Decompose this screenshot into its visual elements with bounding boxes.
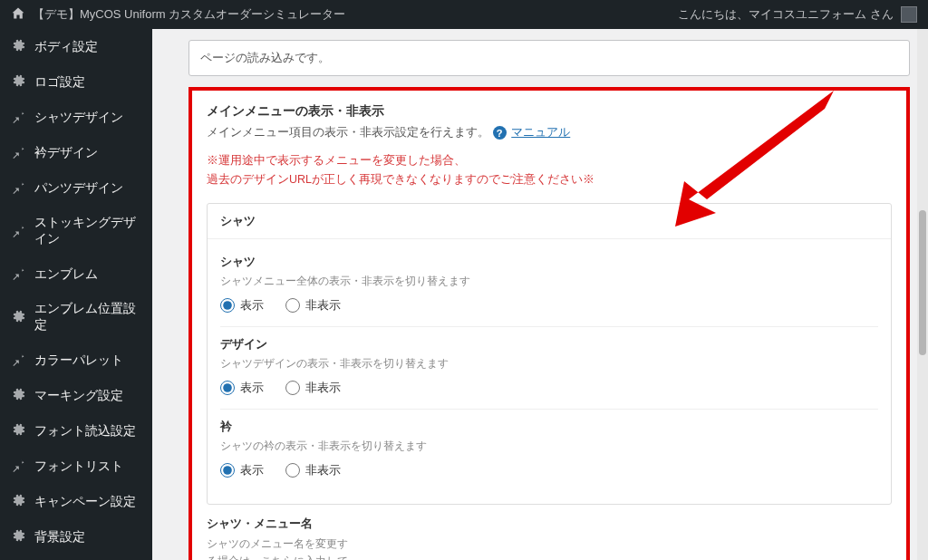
scrollbar-thumb[interactable] — [919, 210, 926, 355]
subgroup-1: デザインシャツデザインの表示・非表示を切り替えます表示非表示 — [220, 327, 878, 410]
sidebar-item-label: キャンペーン設定 — [34, 494, 136, 510]
radio-input-hide[interactable] — [285, 381, 300, 395]
menu-name-desc: シャツのメニュー名を変更する場合は、こちらに入力してください — [207, 536, 352, 561]
sidebar-item-13[interactable]: 背景設定 — [0, 519, 152, 555]
sidebar-item-14[interactable]: メディア — [0, 555, 152, 560]
sidebar-item-label: エンブレム位置設定 — [34, 301, 141, 333]
sidebar-item-4[interactable]: パンツデザイン — [0, 170, 152, 206]
pin-icon — [11, 266, 25, 283]
topbar-left: 【デモ】MyCOS Uniform カスタムオーダーシミュレーター — [11, 6, 345, 24]
sidebar-item-1[interactable]: ロゴ設定 — [0, 64, 152, 100]
main-content: ページの読み込みです。 メインメニューの表示・非表示 メインメニュー項目の表示・… — [152, 29, 928, 560]
highlighted-section: メインメニューの表示・非表示 メインメニュー項目の表示・非表示設定を行えます。 … — [188, 87, 910, 560]
subgroup-desc: シャツメニュー全体の表示・非表示を切り替えます — [220, 274, 878, 289]
radio-option-hide[interactable]: 非表示 — [285, 463, 341, 478]
radio-option-show[interactable]: 表示 — [220, 463, 264, 478]
sidebar-item-10[interactable]: フォント読込設定 — [0, 413, 152, 449]
radio-label: 表示 — [240, 381, 264, 396]
radio-option-show[interactable]: 表示 — [220, 381, 264, 396]
group-body: シャツシャツメニュー全体の表示・非表示を切り替えます表示非表示デザインシャツデザ… — [208, 239, 891, 504]
radio-input-hide[interactable] — [285, 463, 300, 478]
help-icon[interactable]: ? — [493, 126, 507, 140]
radio-input-show[interactable] — [220, 298, 235, 313]
warning-text: ※運用途中で表示するメニューを変更した場合、 過去のデザインURLが正しく再現で… — [207, 151, 892, 190]
radio-option-hide[interactable]: 非表示 — [285, 298, 341, 314]
subgroup-desc: シャツの衿の表示・非表示を切り替えます — [220, 439, 878, 454]
shirt-menu-name-block: シャツ・メニュー名 シャツのメニュー名を変更する場合は、こちらに入力してください — [207, 516, 892, 561]
group-header: シャツ — [208, 204, 891, 239]
radio-input-show[interactable] — [220, 463, 235, 478]
warning-line-1: ※運用途中で表示するメニューを変更した場合、 — [207, 151, 892, 170]
radio-row: 表示非表示 — [220, 381, 878, 396]
pin-icon — [11, 352, 25, 369]
gear-icon — [11, 528, 25, 546]
warning-line-2: 過去のデザインURLが正しく再現できなくなりますのでご注意ください※ — [207, 170, 892, 189]
section-desc: メインメニュー項目の表示・非表示設定を行えます。 — [207, 126, 489, 139]
admin-topbar: 【デモ】MyCOS Uniform カスタムオーダーシミュレーター こんにちは、… — [0, 0, 928, 29]
loading-message-box: ページの読み込みです。 — [188, 40, 910, 76]
gear-icon — [11, 422, 25, 439]
radio-label: 表示 — [240, 463, 264, 478]
section-heading: メインメニューの表示・非表示 — [207, 103, 892, 120]
radio-option-hide[interactable]: 非表示 — [285, 381, 341, 396]
pin-icon — [11, 179, 25, 197]
sidebar-item-label: パンツデザイン — [34, 180, 123, 197]
gear-icon — [11, 493, 25, 510]
radio-label: 表示 — [240, 298, 264, 314]
admin-sidebar: ボディ設定ロゴ設定シャツデザイン衿デザインパンツデザインストッキングデザインエン… — [0, 29, 152, 560]
pin-icon — [11, 144, 25, 161]
pin-icon — [11, 223, 25, 240]
sidebar-item-label: シャツデザイン — [34, 110, 123, 126]
sidebar-item-9[interactable]: マーキング設定 — [0, 378, 152, 413]
menu-name-title: シャツ・メニュー名 — [207, 516, 892, 532]
sidebar-item-7[interactable]: エンブレム位置設定 — [0, 292, 152, 343]
sidebar-item-12[interactable]: キャンペーン設定 — [0, 484, 152, 519]
sidebar-item-label: フォントリスト — [34, 459, 123, 475]
sidebar-item-5[interactable]: ストッキングデザイン — [0, 206, 152, 256]
sidebar-item-label: フォント読込設定 — [34, 423, 136, 439]
subgroup-2: 衿シャツの衿の表示・非表示を切り替えます表示非表示 — [220, 410, 878, 491]
gear-icon — [11, 387, 25, 404]
radio-option-show[interactable]: 表示 — [220, 298, 264, 314]
sidebar-item-label: ロゴ設定 — [34, 74, 85, 91]
pin-icon — [11, 109, 25, 126]
radio-row: 表示非表示 — [220, 298, 878, 314]
sidebar-item-label: 衿デザイン — [34, 145, 98, 161]
sidebar-item-label: ボディ設定 — [34, 39, 98, 55]
subgroup-title: デザイン — [220, 336, 878, 352]
sidebar-item-0[interactable]: ボディ設定 — [0, 29, 152, 64]
radio-row: 表示非表示 — [220, 463, 878, 478]
gear-icon — [11, 309, 25, 326]
manual-link[interactable]: マニュアル — [511, 126, 570, 139]
sidebar-item-11[interactable]: フォントリスト — [0, 449, 152, 484]
subgroup-0: シャツシャツメニュー全体の表示・非表示を切り替えます表示非表示 — [220, 245, 878, 327]
radio-input-hide[interactable] — [285, 298, 300, 313]
radio-label: 非表示 — [305, 381, 341, 396]
home-icon[interactable] — [11, 6, 25, 24]
sidebar-item-label: エンブレム — [34, 266, 98, 283]
sidebar-item-3[interactable]: 衿デザイン — [0, 135, 152, 170]
shirt-group: シャツ シャツシャツメニュー全体の表示・非表示を切り替えます表示非表示デザインシ… — [207, 203, 892, 505]
sidebar-item-label: ストッキングデザイン — [34, 215, 141, 247]
sidebar-item-label: 背景設定 — [34, 529, 85, 546]
avatar[interactable] — [901, 6, 917, 23]
sidebar-item-6[interactable]: エンブレム — [0, 256, 152, 292]
gear-icon — [11, 38, 25, 55]
radio-label: 非表示 — [305, 463, 341, 478]
radio-input-show[interactable] — [220, 381, 235, 395]
sidebar-item-2[interactable]: シャツデザイン — [0, 100, 152, 135]
subgroup-title: 衿 — [220, 419, 878, 435]
radio-label: 非表示 — [305, 298, 341, 314]
sidebar-item-label: マーキング設定 — [34, 388, 123, 404]
section-desc-row: メインメニュー項目の表示・非表示設定を行えます。 ? マニュアル — [207, 125, 892, 140]
gear-icon — [11, 73, 25, 91]
subgroup-title: シャツ — [220, 254, 878, 270]
loading-message: ページの読み込みです。 — [200, 51, 330, 64]
greeting-text[interactable]: こんにちは、マイコスユニフォーム さん — [678, 6, 894, 23]
sidebar-item-label: カラーパレット — [34, 352, 123, 369]
scrollbar[interactable] — [917, 29, 928, 560]
pin-icon — [11, 458, 25, 475]
sidebar-item-8[interactable]: カラーパレット — [0, 343, 152, 378]
site-title[interactable]: 【デモ】MyCOS Uniform カスタムオーダーシミュレーター — [33, 6, 345, 23]
topbar-right: こんにちは、マイコスユニフォーム さん — [678, 6, 917, 23]
